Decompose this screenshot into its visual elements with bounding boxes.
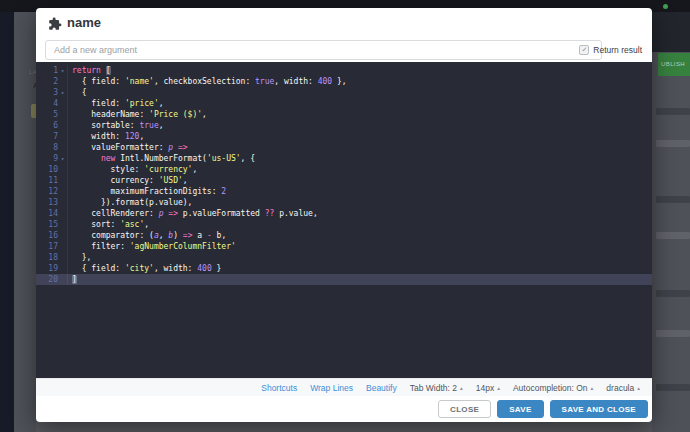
fold-marker-icon xyxy=(58,186,67,197)
code-line-16[interactable]: 16 comparator: (a, b) => a - b, xyxy=(36,230,652,241)
code-line-13[interactable]: 13 }).format(p.value), xyxy=(36,197,652,208)
puzzle-icon xyxy=(48,17,62,31)
code-text: style: 'currency', xyxy=(68,164,197,175)
code-line-4[interactable]: 4 field: 'price', xyxy=(36,98,652,109)
code-text: sort: 'asc', xyxy=(68,219,149,230)
toolbar-dropdown-dracula[interactable]: dracula▴ xyxy=(606,383,640,393)
fold-marker-icon[interactable]: ▾ xyxy=(58,87,67,98)
code-text: new Intl.NumberFormat('us-US', { xyxy=(68,153,255,164)
code-line-10[interactable]: 10 style: 'currency', xyxy=(36,164,652,175)
add-argument-input[interactable] xyxy=(45,40,602,60)
code-text: comparator: (a, b) => a - b, xyxy=(68,230,226,241)
checkbox-checked-icon[interactable]: ✓ xyxy=(579,45,589,55)
code-text: width: 120, xyxy=(68,131,144,142)
fold-marker-icon xyxy=(58,120,67,131)
background-row xyxy=(656,196,690,203)
code-line-8[interactable]: 8 valueFormatter: p => xyxy=(36,142,652,153)
save-button[interactable]: SAVE xyxy=(497,400,543,418)
line-number: 16 xyxy=(36,230,58,241)
line-number: 10 xyxy=(36,164,58,175)
line-number: 2 xyxy=(36,76,58,87)
line-number: 7 xyxy=(36,131,58,142)
code-line-9[interactable]: 9▾ new Intl.NumberFormat('us-US', { xyxy=(36,153,652,164)
code-line-17[interactable]: 17 filter: 'agNumberColumnFilter' xyxy=(36,241,652,252)
line-number: 4 xyxy=(36,98,58,109)
fold-marker-icon xyxy=(58,252,67,263)
code-line-2[interactable]: 2 { field: 'name', checkboxSelection: tr… xyxy=(36,76,652,87)
fold-marker-icon xyxy=(58,98,67,109)
code-text: return [ xyxy=(68,65,111,76)
fold-marker-icon xyxy=(58,230,67,241)
toolbar-dropdown-tab-width-2[interactable]: Tab Width: 2▴ xyxy=(410,383,463,393)
code-text: filter: 'agNumberColumnFilter' xyxy=(68,241,236,252)
code-line-3[interactable]: 3▾ { xyxy=(36,87,652,98)
code-line-1[interactable]: 1▾return [ xyxy=(36,65,652,76)
return-result-toggle[interactable]: ✓ Return result xyxy=(579,40,642,60)
caret-up-icon: ▴ xyxy=(460,385,463,391)
code-text: headerName: 'Price ($)', xyxy=(68,109,207,120)
line-number: 17 xyxy=(36,241,58,252)
code-line-12[interactable]: 12 maximumFractionDigits: 2 xyxy=(36,186,652,197)
background-row xyxy=(656,108,690,115)
line-number: 12 xyxy=(36,186,58,197)
modal-title: name xyxy=(67,15,101,30)
code-line-14[interactable]: 14 cellRenderer: p => p.valueFormatted ?… xyxy=(36,208,652,219)
toolbar-link-wrap-lines[interactable]: Wrap Lines xyxy=(310,383,353,393)
code-line-15[interactable]: 15 sort: 'asc', xyxy=(36,219,652,230)
code-text: { field: 'name', checkboxSelection: true… xyxy=(68,76,347,87)
save-and-close-button[interactable]: SAVE AND CLOSE xyxy=(550,400,648,418)
fold-marker-icon[interactable]: ▾ xyxy=(58,153,67,164)
background-row xyxy=(656,384,690,391)
toolbar-link-beautify[interactable]: Beautify xyxy=(366,383,397,393)
code-text: maximumFractionDigits: 2 xyxy=(68,186,226,197)
close-button[interactable]: CLOSE xyxy=(438,400,491,418)
code-text: field: 'price', xyxy=(68,98,164,109)
fold-marker-icon xyxy=(58,197,67,208)
line-number: 6 xyxy=(36,120,58,131)
caret-up-icon: ▴ xyxy=(637,385,640,391)
fold-marker-icon xyxy=(58,142,67,153)
fold-marker-icon xyxy=(58,175,67,186)
line-number: 8 xyxy=(36,142,58,153)
fold-marker-icon[interactable]: ▾ xyxy=(58,65,67,76)
line-number: 9 xyxy=(36,153,58,164)
line-number: 13 xyxy=(36,197,58,208)
fold-marker-icon xyxy=(58,164,67,175)
background-left-sidebar xyxy=(0,12,14,432)
modal-footer: CLOSE SAVE SAVE AND CLOSE xyxy=(36,396,652,422)
fold-marker-icon xyxy=(58,76,67,87)
background-row xyxy=(656,330,690,337)
code-text: }).format(p.value), xyxy=(68,197,192,208)
line-number: 20 xyxy=(36,274,58,285)
code-line-20[interactable]: 20] xyxy=(36,274,652,285)
background-row xyxy=(656,140,690,147)
return-result-label: Return result xyxy=(593,45,642,55)
caret-up-icon: ▴ xyxy=(497,385,500,391)
toolbar-dropdown-14px[interactable]: 14px▴ xyxy=(476,383,500,393)
caret-up-icon: ▴ xyxy=(591,385,594,391)
toolbar-link-shortcuts[interactable]: Shortcuts xyxy=(261,383,297,393)
fold-marker-icon xyxy=(58,263,67,274)
code-text: currency: 'USD', xyxy=(68,175,188,186)
code-line-6[interactable]: 6 sortable: true, xyxy=(36,120,652,131)
fold-marker-icon xyxy=(58,131,67,142)
toolbar-dropdown-autocompletion-on[interactable]: Autocompletion: On▴ xyxy=(513,383,593,393)
fold-marker-icon xyxy=(58,274,67,285)
line-number: 3 xyxy=(36,87,58,98)
code-line-19[interactable]: 19 { field: 'city', width: 400 } xyxy=(36,263,652,274)
background-row xyxy=(656,232,690,239)
code-line-11[interactable]: 11 currency: 'USD', xyxy=(36,175,652,186)
line-number: 5 xyxy=(36,109,58,120)
line-number: 18 xyxy=(36,252,58,263)
fold-marker-icon xyxy=(58,208,67,219)
code-line-7[interactable]: 7 width: 120, xyxy=(36,131,652,142)
code-text: valueFormatter: p => xyxy=(68,142,188,153)
code-text: ] xyxy=(68,274,77,285)
code-line-18[interactable]: 18 }, xyxy=(36,252,652,263)
line-number: 1 xyxy=(36,65,58,76)
code-line-5[interactable]: 5 headerName: 'Price ($)', xyxy=(36,109,652,120)
code-text: }, xyxy=(68,252,91,263)
code-editor[interactable]: 1▾return [2 { field: 'name', checkboxSel… xyxy=(36,62,652,378)
code-text: sortable: true, xyxy=(68,120,164,131)
fold-marker-icon xyxy=(58,109,67,120)
